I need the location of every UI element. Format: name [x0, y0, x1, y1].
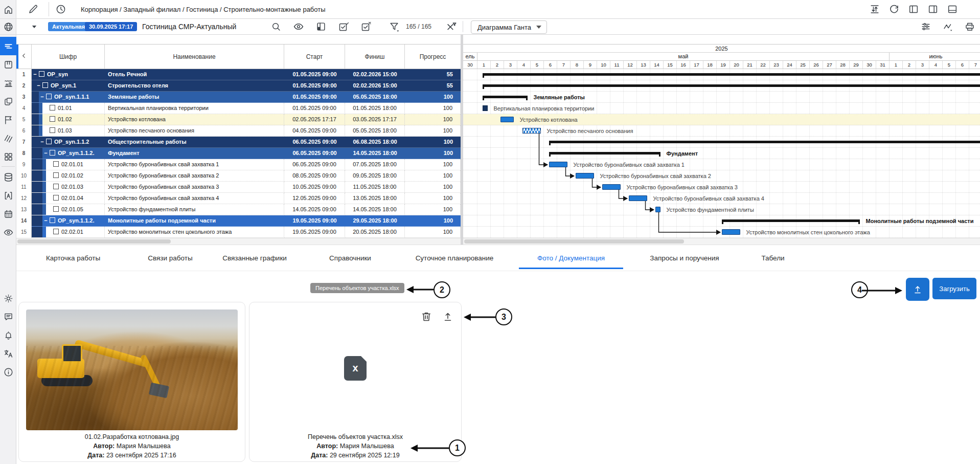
schedule-icon[interactable]: [0, 37, 16, 55]
kanban-icon[interactable]: [0, 55, 16, 74]
calendar-icon[interactable]: [0, 205, 16, 223]
column-header[interactable]: Шифр: [32, 45, 105, 69]
comments-icon[interactable]: [0, 307, 16, 326]
flag-icon[interactable]: [0, 111, 16, 129]
collapse-toggle[interactable]: −: [39, 137, 45, 147]
table-horizontal-scrollbar[interactable]: [16, 238, 461, 245]
table-row[interactable]: 1−OP_synОтель Речной01.05.2025 09:0002.0…: [16, 69, 461, 80]
collapse-toggle[interactable]: −: [42, 148, 49, 159]
notifications-icon[interactable]: [0, 326, 16, 344]
table-row[interactable]: 2−OP_syn.1Строительство отеля01.05.2025 …: [16, 80, 461, 92]
language-icon[interactable]: [0, 344, 16, 363]
table-row[interactable]: 902.01.01Устройство буронабивных свай за…: [16, 159, 461, 170]
search-icon[interactable]: [269, 20, 283, 33]
gantt-summary-bar[interactable]: [549, 152, 660, 154]
gantt-task-bar[interactable]: [483, 105, 488, 111]
tab-1[interactable]: Карточка работы: [28, 245, 119, 271]
database-icon[interactable]: [0, 168, 16, 186]
gantt-task-bar[interactable]: [602, 184, 621, 190]
row-checkbox[interactable]: [39, 71, 44, 77]
home-icon[interactable]: [0, 0, 16, 19]
gantt-task-bar[interactable]: [629, 195, 647, 201]
theme-icon[interactable]: [0, 289, 16, 307]
row-checkbox[interactable]: [46, 139, 52, 144]
gantt-summary-bar[interactable]: [483, 84, 980, 87]
gantt-task-bar[interactable]: [549, 162, 567, 167]
edit-icon[interactable]: [27, 3, 40, 16]
upload-file-icon[interactable]: [442, 311, 454, 323]
gantt-task-bar[interactable]: [655, 207, 660, 212]
tab-4[interactable]: Справочники: [311, 245, 390, 271]
fit-height-icon[interactable]: [868, 3, 881, 16]
tab-7[interactable]: Запросы и поручения: [631, 245, 737, 271]
column-header[interactable]: Наименование: [105, 45, 284, 69]
row-checkbox[interactable]: [42, 82, 48, 88]
collapse-toggle[interactable]: −: [39, 92, 45, 102]
file-card-spreadsheet[interactable]: x Перечень объектов участка.xlsx Автор: …: [249, 302, 462, 462]
row-checkbox[interactable]: [53, 195, 59, 201]
check-all-icon[interactable]: [337, 20, 350, 33]
layout-left-icon[interactable]: [907, 3, 920, 16]
table-row[interactable]: 14−OP_syn.1.1.2.Монолитные работы подзем…: [16, 215, 461, 227]
column-header[interactable]: Старт: [284, 45, 345, 69]
scrollbar-thumb[interactable]: [464, 239, 684, 244]
column-header[interactable]: Прогресс: [405, 45, 461, 69]
copy-icon[interactable]: [0, 92, 16, 111]
layout-center-icon[interactable]: [926, 3, 940, 16]
table-row[interactable]: 1202.01.04Устройство буронабивных свай з…: [16, 193, 461, 204]
column-header[interactable]: Финиш: [345, 45, 405, 69]
gantt-summary-bar[interactable]: [483, 96, 528, 98]
table-row[interactable]: 1002.01.02Устройство буронабивных свай з…: [16, 170, 461, 182]
row-checkbox[interactable]: [50, 127, 55, 133]
hatching-icon[interactable]: [0, 129, 16, 147]
tab-5[interactable]: Суточное планирование: [397, 245, 512, 271]
refresh-icon[interactable]: [887, 3, 901, 16]
visibility-icon[interactable]: [0, 223, 16, 241]
gantt-summary-bar[interactable]: [483, 73, 980, 76]
row-checkbox[interactable]: [53, 229, 59, 234]
gantt-summary-bar[interactable]: [549, 141, 980, 143]
table-row[interactable]: 8−OP_syn.1.1.2.Фундамент06.05.2025 09:00…: [16, 148, 461, 159]
table-row[interactable]: 1102.01.03Устройство буронабивных свай з…: [16, 182, 461, 193]
preview-icon[interactable]: [292, 20, 305, 33]
columns-icon[interactable]: [314, 20, 328, 33]
table-row[interactable]: 7−OP_syn.1.1.2Общестроительные работы06.…: [16, 137, 461, 148]
links-icon[interactable]: [941, 20, 954, 33]
row-checkbox[interactable]: [50, 217, 55, 223]
upload-button[interactable]: Загрузить: [932, 278, 976, 299]
print-icon[interactable]: [963, 20, 976, 33]
gantt-horizontal-scrollbar[interactable]: [463, 238, 980, 245]
tab-3[interactable]: Связанные графики: [204, 245, 305, 271]
table-row[interactable]: 3−OP_syn.1.1.1Земляные работы01.05.2025 …: [16, 92, 461, 103]
collapse-toggle[interactable]: −: [32, 69, 38, 80]
layout-bottom-icon[interactable]: [946, 3, 959, 16]
autotext-icon[interactable]: [0, 186, 16, 205]
row-checkbox[interactable]: [50, 116, 55, 122]
row-checkbox[interactable]: [53, 172, 59, 178]
upload-icon-button[interactable]: [906, 278, 929, 301]
info-icon[interactable]: [0, 363, 16, 381]
table-row[interactable]: 1302.01.05Устройство фундаментной плиты1…: [16, 204, 461, 215]
scrollbar-thumb[interactable]: [17, 239, 171, 244]
row-checkbox[interactable]: [53, 161, 59, 167]
check-none-icon[interactable]: [359, 20, 373, 33]
row-checkbox[interactable]: [53, 206, 59, 212]
table-row[interactable]: 601.03Устройство песчаного основания04.0…: [16, 125, 461, 137]
filter-clear-icon[interactable]: [445, 20, 458, 33]
filter-icon[interactable]: [388, 20, 401, 33]
histogram-icon[interactable]: [0, 74, 16, 92]
collapse-toggle[interactable]: −: [42, 215, 49, 226]
display-settings-icon[interactable]: [919, 20, 932, 33]
tab-6[interactable]: Фото / Документация: [519, 245, 623, 271]
gantt-task-bar[interactable]: [500, 117, 514, 122]
view-selector[interactable]: Диаграмма Ганта: [471, 20, 547, 34]
collapse-chevron-icon[interactable]: [20, 52, 28, 61]
row-checkbox[interactable]: [50, 150, 55, 156]
caret-down-icon[interactable]: [28, 20, 41, 33]
delete-file-icon[interactable]: [420, 311, 432, 323]
gantt-task-bar[interactable]: [576, 173, 594, 179]
collapse-toggle[interactable]: −: [35, 80, 42, 91]
gantt-task-bar[interactable]: [722, 229, 740, 235]
table-row[interactable]: 1502.02.01Устройство монолитных стен цок…: [16, 227, 461, 238]
table-row[interactable]: 401.01Вертикальная планировка территории…: [16, 103, 461, 114]
